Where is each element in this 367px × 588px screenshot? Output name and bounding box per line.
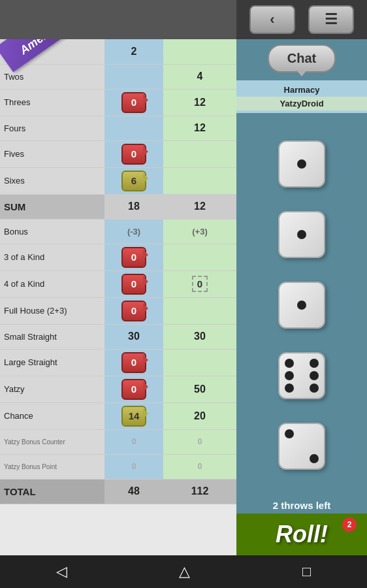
row-p1-14[interactable]: 14	[104, 402, 163, 429]
row-p1-1[interactable]	[104, 64, 163, 89]
row-p2-12[interactable]	[163, 349, 236, 376]
top-bar-left	[0, 0, 236, 39]
row-p1-10[interactable]: 0	[104, 297, 163, 324]
die-2[interactable]	[278, 211, 325, 258]
home-nav-button[interactable]: △	[179, 563, 190, 580]
row-p1-13[interactable]: 0	[104, 376, 163, 402]
row-p2-10[interactable]	[163, 297, 236, 324]
menu-button[interactable]: ☰	[308, 5, 354, 34]
roll-label: Roll!	[276, 521, 328, 548]
right-panel: Chat Harmacy YatzyDroid 2 throws left Ro…	[236, 39, 367, 555]
dice-area	[236, 113, 367, 497]
row-label-2: Threes	[0, 89, 104, 116]
die-4[interactable]	[278, 352, 325, 399]
row-p2-16[interactable]: 0	[163, 454, 236, 479]
score-table: American Ones2Twos4Threes012Fours12Fives…	[0, 39, 236, 555]
row-p1-8[interactable]: 0	[104, 244, 163, 270]
player2-name: YatzyDroid	[236, 97, 367, 110]
roll-button[interactable]: Roll! 2	[236, 514, 367, 555]
recent-nav-button[interactable]: □	[302, 563, 311, 580]
row-label-7: Bonus	[0, 219, 104, 244]
row-p2-1[interactable]: 4	[163, 64, 236, 89]
row-p1-0[interactable]: 2	[104, 39, 163, 64]
row-p2-14[interactable]: 20	[163, 402, 236, 429]
row-p2-0[interactable]	[163, 39, 236, 64]
die-3[interactable]	[278, 282, 325, 329]
die-1[interactable]	[278, 140, 325, 188]
row-p2-9[interactable]: 0	[163, 270, 236, 297]
row-p2-6[interactable]: 12	[163, 194, 236, 219]
player1-name: Harmacy	[236, 83, 367, 97]
row-p1-2[interactable]: 0	[104, 89, 163, 116]
row-label-9: 4 of a Kind	[0, 270, 104, 297]
app-container: ‹ ☰ American Ones2Twos4Threes012Fours12F…	[0, 0, 367, 588]
chat-button[interactable]: Chat	[268, 44, 336, 73]
row-p2-17[interactable]: 112	[163, 479, 236, 504]
row-p1-17[interactable]: 48	[104, 479, 163, 504]
row-p2-13[interactable]: 50	[163, 376, 236, 402]
row-p1-11[interactable]: 30	[104, 324, 163, 349]
content-area: American Ones2Twos4Threes012Fours12Fives…	[0, 39, 367, 555]
row-p1-7[interactable]: (-3)	[104, 219, 163, 244]
row-p2-15[interactable]: 0	[163, 429, 236, 454]
row-label-4: Fives	[0, 140, 104, 167]
row-p1-4[interactable]: 0	[104, 140, 163, 167]
back-nav-button[interactable]: ◁	[56, 563, 67, 580]
row-label-5: Sixes	[0, 167, 104, 194]
top-bar: ‹ ☰	[0, 0, 367, 39]
row-label-10: Full House (2+3)	[0, 297, 104, 324]
row-p1-16[interactable]: 0	[104, 454, 163, 479]
row-label-12: Large Straight	[0, 349, 104, 376]
row-label-6: SUM	[0, 194, 104, 219]
row-p1-9[interactable]: 0	[104, 270, 163, 297]
row-p1-5[interactable]: 6	[104, 167, 163, 194]
player-names: Harmacy YatzyDroid	[236, 80, 367, 113]
row-p2-3[interactable]: 12	[163, 116, 236, 140]
row-p1-6[interactable]: 18	[104, 194, 163, 219]
row-p2-4[interactable]	[163, 140, 236, 167]
throws-left: 2 throws left	[236, 497, 367, 514]
row-p2-8[interactable]	[163, 244, 236, 270]
row-label-11: Small Straight	[0, 324, 104, 349]
row-p2-2[interactable]: 12	[163, 89, 236, 116]
row-p1-12[interactable]: 0	[104, 349, 163, 376]
row-p2-5[interactable]	[163, 167, 236, 194]
row-p1-15[interactable]: 0	[104, 429, 163, 454]
row-label-16: Yatzy Bonus Point	[0, 454, 104, 479]
bottom-bar: ◁ △ □	[0, 555, 367, 588]
score-grid: Ones2Twos4Threes012Fours12Fives0Sixes6SU…	[0, 39, 236, 504]
row-p2-7[interactable]: (+3)	[163, 219, 236, 244]
back-button[interactable]: ‹	[249, 5, 295, 34]
die-5[interactable]	[278, 423, 325, 470]
row-label-14: Chance	[0, 402, 104, 429]
row-p1-3[interactable]	[104, 116, 163, 140]
row-label-17: TOTAL	[0, 479, 104, 504]
chat-btn-area: Chat	[236, 39, 367, 78]
top-bar-right: ‹ ☰	[236, 0, 367, 39]
row-label-3: Fours	[0, 116, 104, 140]
row-p2-11[interactable]: 30	[163, 324, 236, 349]
row-label-13: Yatzy	[0, 376, 104, 402]
row-label-8: 3 of a Kind	[0, 244, 104, 270]
roll-badge: 2	[342, 517, 357, 532]
row-label-15: Yatzy Bonus Counter	[0, 429, 104, 454]
